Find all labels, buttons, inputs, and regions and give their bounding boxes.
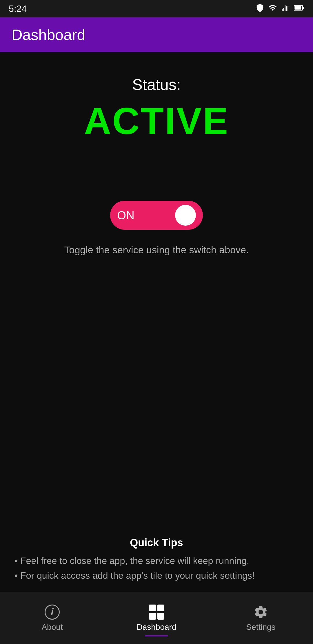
main-content: Status: ACTIVE ON Toggle the service usi… <box>0 52 313 592</box>
nav-item-dashboard[interactable]: Dashboard <box>104 600 209 636</box>
status-label: Status: <box>132 75 181 93</box>
settings-icon <box>253 605 268 620</box>
nav-item-about[interactable]: i About <box>0 600 104 636</box>
shield-icon <box>256 3 264 14</box>
quick-tips-title: Quick Tips <box>14 537 299 549</box>
svg-rect-2 <box>303 7 304 9</box>
info-icon: i <box>45 605 60 620</box>
svg-rect-1 <box>294 6 301 10</box>
dashboard-icon <box>149 605 164 620</box>
bottom-nav: i About Dashboard Settings <box>0 592 313 644</box>
toggle-knob <box>175 205 196 226</box>
quick-tip-1: • Feel free to close the app, the servic… <box>14 553 299 568</box>
status-bar: 5:24 <box>0 0 313 17</box>
app-bar: Dashboard <box>0 17 313 52</box>
nav-label-settings: Settings <box>246 623 275 632</box>
status-value: ACTIVE <box>84 99 229 143</box>
service-toggle[interactable]: ON <box>110 201 203 230</box>
toggle-hint: Toggle the service using the switch abov… <box>41 244 272 256</box>
signal-icon <box>268 3 277 14</box>
nav-label-dashboard: Dashboard <box>137 623 176 632</box>
quick-tip-2: • For quick access add the app's tile to… <box>14 568 299 583</box>
bars-icon <box>281 3 290 14</box>
status-icons <box>256 3 304 14</box>
toggle-label: ON <box>117 209 134 222</box>
app-title: Dashboard <box>12 26 85 44</box>
status-time: 5:24 <box>9 3 27 14</box>
nav-item-settings[interactable]: Settings <box>209 600 313 636</box>
quick-tips-section: Quick Tips • Feel free to close the app,… <box>0 528 313 592</box>
battery-icon <box>294 3 304 14</box>
nav-label-about: About <box>41 623 63 632</box>
